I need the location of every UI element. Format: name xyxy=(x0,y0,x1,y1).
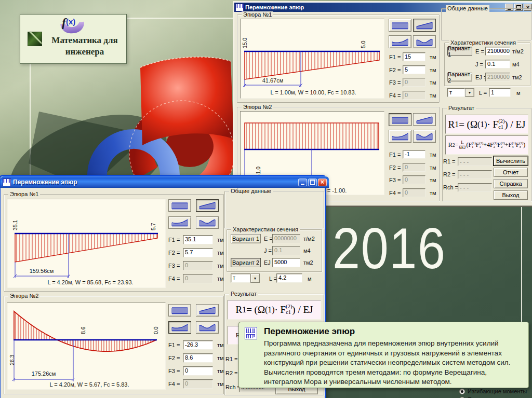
section-EJ-unit: тм2 xyxy=(303,259,313,266)
svg-text:L = 4.20м, W = 85.68, Fc = 23.: L = 4.20м, W = 85.68, Fc = 23.93. xyxy=(47,279,133,285)
length-unit: м xyxy=(308,276,312,282)
group-epure1-label: Эпюра №1 xyxy=(8,191,40,198)
svg-text:175.26см: 175.26см xyxy=(32,370,56,377)
epure1-plot: 35.15.7159.56смL = 4.20м, W = 85.68, Fc … xyxy=(7,199,166,288)
svg-text:8.6: 8.6 xyxy=(80,326,86,334)
field-F2-unit: тм xyxy=(217,355,224,361)
field-F2-input[interactable]: 8.6 xyxy=(183,353,213,363)
shape-button-wave[interactable] xyxy=(196,216,219,229)
shape-button-trapezoid[interactable] xyxy=(196,199,219,212)
field-F1-unit: тм xyxy=(217,342,224,348)
group-section-label: Характеристики сечения xyxy=(231,226,300,233)
close-button[interactable] xyxy=(318,179,327,186)
svg-text:0.0: 0.0 xyxy=(153,326,159,334)
shape-button-constant[interactable] xyxy=(168,304,191,317)
field-label-F4: F4 = xyxy=(168,276,180,282)
length-input[interactable]: 4.2 xyxy=(276,273,302,283)
field-F3-unit: тм xyxy=(217,368,224,374)
field-F2-unit: тм xyxy=(217,250,224,256)
field-F3-input: 0 xyxy=(183,261,213,270)
result-R1-label: R1 = xyxy=(225,356,238,362)
svg-text:5.7: 5.7 xyxy=(150,223,156,230)
tooltip-text: Программа предназначена для перемножения… xyxy=(264,339,524,387)
section-E-label: E = xyxy=(264,236,273,242)
group-general: Общие данные xyxy=(224,191,324,228)
tooltip: Перемножение эпюр Программа предназначен… xyxy=(238,322,529,388)
field-label-F1: F1 = xyxy=(168,237,180,243)
titlebar-front[interactable]: Перемножение эпюр xyxy=(1,176,329,188)
svg-text:159.56см: 159.56см xyxy=(30,268,54,274)
app-icon xyxy=(245,327,257,339)
field-label-F1: F1 = xyxy=(168,342,180,348)
section-J-label: J = xyxy=(264,248,272,254)
maximize-button[interactable] xyxy=(308,179,317,186)
group-result-label: Результат xyxy=(229,291,258,297)
group-epure2-label: Эпюра №2 xyxy=(8,293,40,299)
app-icon xyxy=(3,179,11,186)
field-F4-input: 0 xyxy=(183,379,213,389)
section-E-unit: т/м2 xyxy=(303,236,315,242)
shape-button-wave[interactable] xyxy=(196,321,219,334)
shape-button-concave[interactable] xyxy=(168,321,191,334)
svg-text:26.3: 26.3 xyxy=(9,354,15,365)
section-EJ-input[interactable]: 5000 xyxy=(272,258,300,267)
group-general-label: Общие данные xyxy=(229,188,273,195)
section-J-unit: м4 xyxy=(303,248,311,254)
window-title: Перемножение эпюр xyxy=(13,176,296,188)
slide: f(x) Математика для инженера 2016 Перемн… xyxy=(0,0,532,398)
field-F1-input[interactable]: 35.1 xyxy=(183,235,213,244)
field-F3-input[interactable]: 0 xyxy=(183,366,213,376)
field-label-F4: F4 = xyxy=(168,381,180,387)
section-J-input: 0.1 xyxy=(272,246,300,255)
svg-text:35.1: 35.1 xyxy=(12,219,18,230)
radio-option[interactable]: Изгибающие моменты xyxy=(459,388,527,394)
field-label-F3: F3 = xyxy=(168,368,180,374)
units-combobox[interactable]: т xyxy=(231,273,260,283)
radio-selected-icon[interactable] xyxy=(459,389,465,394)
shape-button-trapezoid[interactable] xyxy=(196,304,219,317)
field-F2-input[interactable]: 5.7 xyxy=(183,248,213,257)
radio-label: Изгибающие моменты xyxy=(468,388,527,394)
variant2-button[interactable]: Вариант 2 xyxy=(231,258,261,267)
field-F1-unit: тм xyxy=(217,237,224,243)
field-label-F3: F3 = xyxy=(168,263,180,269)
field-label-F2: F2 = xyxy=(168,355,180,361)
field-label-F2: F2 = xyxy=(168,250,180,256)
shape-button-constant[interactable] xyxy=(168,199,191,212)
field-F4-unit: тм xyxy=(217,381,224,387)
field-F4-input: 0 xyxy=(183,274,213,283)
length-label: L = xyxy=(269,276,277,282)
shape-button-concave[interactable] xyxy=(168,216,191,229)
field-F1-input[interactable]: -26.3 xyxy=(183,340,213,350)
result-R2-label: R2 = xyxy=(225,370,238,376)
epure2-plot: 26.38.60.0175.26смL = 4.20м, W = 5.67, F… xyxy=(7,303,166,390)
field-F3-unit: тм xyxy=(217,263,224,269)
formula-r1: R1 = (Ω(1) · F(2)c1) / EJ xyxy=(228,300,321,320)
tooltip-title: Перемножение эпюр xyxy=(264,326,355,337)
field-F4-unit: тм xyxy=(217,276,224,282)
section-E-input: 0000000 xyxy=(272,234,300,243)
combobox-value: т xyxy=(231,273,250,283)
svg-text:L = 4.20м, W = 5.67, Fc = 5.83: L = 4.20м, W = 5.67, Fc = 5.83. xyxy=(50,381,129,388)
minimize-button[interactable] xyxy=(298,179,307,186)
variant1-button[interactable]: Вариант 1 xyxy=(231,234,261,243)
chevron-down-icon[interactable] xyxy=(250,273,260,283)
